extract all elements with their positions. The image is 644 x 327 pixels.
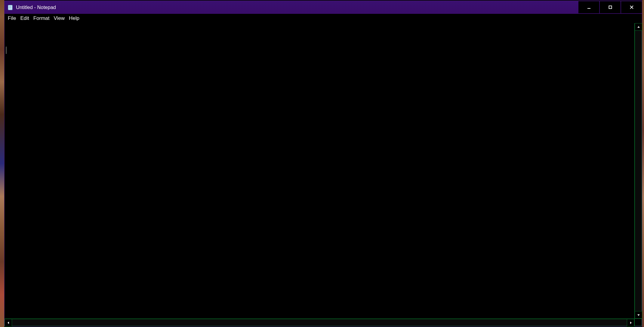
bottom-scroll-row xyxy=(5,319,642,326)
titlebar[interactable]: Untitled - Notepad xyxy=(5,1,642,14)
menu-view[interactable]: View xyxy=(52,14,67,23)
scroll-left-button[interactable] xyxy=(5,319,12,326)
minimize-button[interactable] xyxy=(578,1,599,13)
scroll-down-button[interactable] xyxy=(635,311,642,319)
scroll-up-button[interactable] xyxy=(635,23,642,31)
menu-edit[interactable]: Edit xyxy=(18,14,31,23)
maximize-button[interactable] xyxy=(600,1,621,13)
text-caret xyxy=(6,47,6,54)
desktop-background-left xyxy=(0,0,4,327)
text-editor[interactable] xyxy=(5,23,634,319)
window-title: Untitled - Notepad xyxy=(16,5,578,10)
menu-file[interactable]: File xyxy=(6,14,18,23)
horizontal-scroll-thumb[interactable] xyxy=(12,319,627,325)
vertical-scrollbar[interactable] xyxy=(634,23,642,319)
horizontal-scroll-track[interactable] xyxy=(12,319,627,326)
menu-format[interactable]: Format xyxy=(31,14,52,23)
notepad-app-icon xyxy=(7,4,14,11)
vertical-scroll-track[interactable] xyxy=(635,31,642,311)
vertical-scroll-thumb[interactable] xyxy=(635,31,641,311)
svg-rect-0 xyxy=(8,5,12,10)
resize-grip[interactable] xyxy=(634,319,642,326)
menu-help[interactable]: Help xyxy=(67,14,82,23)
svg-rect-5 xyxy=(609,6,612,9)
notepad-window: Untitled - Notepad File Edit Format View… xyxy=(4,1,642,326)
scroll-right-button[interactable] xyxy=(627,319,634,326)
desktop-background-right xyxy=(642,0,644,327)
window-controls xyxy=(578,1,642,14)
menubar: File Edit Format View Help xyxy=(5,14,642,23)
horizontal-scrollbar[interactable] xyxy=(5,319,634,326)
client-area xyxy=(5,23,642,319)
close-button[interactable] xyxy=(621,1,642,13)
